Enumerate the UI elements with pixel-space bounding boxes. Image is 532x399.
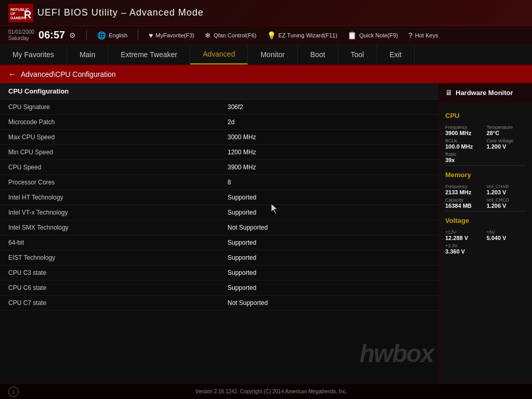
note-icon: 📋 [348,31,356,39]
fan-icon: ❄ [205,31,211,39]
mem-freq-chab-grid: Frequency 2133 MHz Vol_CHAB 1.203 V [445,184,526,195]
config-value: Supported [219,250,438,265]
hw-panel-title: Hardware Monitor [456,89,513,97]
cpu-ratio-value: 39x [445,157,526,163]
nav-monitor[interactable]: Monitor [248,45,298,64]
nav-extreme-tweaker[interactable]: Extreme Tweaker [108,45,190,64]
hw-panel-header: 🖥 Hardware Monitor [439,83,532,102]
table-row[interactable]: EIST Technology Supported [0,250,438,265]
config-value: 2d [219,115,438,130]
header: REPUBLIC OF GAMERS R UEFI BIOS Utility –… [0,0,532,26]
cpu-frequency-value: 3900 MHz [445,130,485,136]
nav-main[interactable]: Main [67,45,108,64]
mem-frequency-value: 2133 MHz [445,189,485,195]
mem-capacity-item: Capacity 16384 MB [445,197,485,209]
cpu-freq-temp-grid: Frequency 3900 MHz Temperature 28°C [445,125,526,136]
config-value: 1200 MHz [219,145,438,160]
config-label: CPU Signature [0,100,219,115]
voltage-12v-item: +12V 12.288 V [445,230,485,241]
memory-section-title: Memory [445,171,526,181]
cpu-bclk-voltage-grid: BCLK 100.0 MHz Core Voltage 1.200 V [445,138,526,150]
info-button[interactable]: i [8,387,19,397]
table-row[interactable]: CPU C3 state Supported [0,265,438,281]
date-display: 01/01/2000 Saturday [8,29,34,42]
table-row[interactable]: Microcode Patch 2d [0,115,438,130]
config-value: Not Supported [219,220,438,235]
config-label: Max CPU Speed [0,130,219,145]
nav-my-favorites[interactable]: My Favorites [0,45,67,64]
cpu-temperature-item: Temperature 28°C [487,125,526,136]
section-divider-2 [445,211,526,211]
cpu-bclk-label: BCLK [445,138,485,143]
voltage-33v-label: +3.3V [445,243,526,248]
config-value: Supported [219,265,438,281]
header-title: UEFI BIOS Utility – Advanced Mode [37,7,204,18]
clock-display: 06:57 [38,29,65,41]
config-label: Intel SMX Technology [0,220,219,235]
mem-vol-chcd-item: Vol_CHCD 1.206 V [487,197,526,209]
table-row[interactable]: Intel SMX Technology Not Supported [0,220,438,235]
heart-icon: ♥ [149,31,153,39]
clock-settings-icon[interactable]: ⚙ [69,31,76,39]
mem-capacity-value: 16384 MB [445,203,485,209]
cpu-section-title: CPU [445,112,526,122]
cpu-bclk-value: 100.0 MHz [445,143,485,150]
table-row[interactable]: Intel HT Technology Supported [0,190,438,205]
cpu-ratio-item: Ratio 39x [445,152,526,163]
nav-tool[interactable]: Tool [338,45,377,64]
table-row[interactable]: CPU C7 state Not Supported [0,296,438,311]
config-value: 306f2 [219,100,438,115]
cpu-ratio-label: Ratio [445,152,526,157]
nav-bar: My Favorites Main Extreme Tweaker Advanc… [0,45,532,65]
voltage-33v-value: 3.360 V [445,248,526,255]
voltage-5v-item: +5V 5.040 V [487,230,526,241]
config-value: Supported [219,235,438,250]
breadcrumb-text: Advanced\CPU Configuration [21,70,116,78]
config-label: Min CPU Speed [0,145,219,160]
qfan-button[interactable]: ❄ Qfan Control(F6) [205,31,257,39]
section-header-row: CPU Configuration [0,83,438,100]
voltage-section-title: Voltage [445,217,526,227]
config-label: CPU C6 state [0,281,219,296]
voltage-5v-value: 5.040 V [487,235,526,241]
table-row[interactable]: Intel VT-x Technology Supported [0,205,438,220]
language-selector[interactable]: 🌐 English [97,31,127,39]
nav-exit[interactable]: Exit [377,45,415,64]
quick-note-button[interactable]: 📋 Quick Note(F9) [348,31,398,39]
config-value: 8 [219,175,438,190]
main-layout: CPU Configuration CPU Signature 306f2 Mi… [0,83,532,383]
hot-keys-button[interactable]: ? Hot Keys [408,31,438,39]
table-row[interactable]: Processor Cores 8 [0,175,438,190]
ez-wizard-button[interactable]: 💡 EZ Tuning Wizard(F11) [267,31,338,39]
table-row[interactable]: Min CPU Speed 1200 MHz [0,145,438,160]
mem-vol-chcd-label: Vol_CHCD [487,197,526,203]
back-arrow-icon[interactable]: ← [8,70,17,79]
config-value: Supported [219,281,438,296]
config-label: Intel VT-x Technology [0,205,219,220]
voltage-12v-label: +12V [445,230,485,235]
table-row[interactable]: 64-bit Supported [0,235,438,250]
mem-vol-chab-value: 1.203 V [487,189,526,195]
config-table: CPU Configuration CPU Signature 306f2 Mi… [0,83,438,311]
table-row[interactable]: CPU Speed 3900 MHz [0,160,438,175]
svg-text:R: R [24,9,32,20]
config-label: Processor Cores [0,175,219,190]
divider-2 [138,30,138,41]
hardware-monitor-panel: 🖥 Hardware Monitor CPU Frequency 3900 MH… [438,83,532,383]
footer: i Version 2.16.1242. Copyright (C) 2014 … [0,383,532,399]
footer-version: Version 2.16.1242. Copyright (C) 2014 Am… [19,389,524,394]
divider-1 [86,30,87,41]
nav-boot[interactable]: Boot [298,45,338,64]
cpu-temperature-label: Temperature [487,125,526,130]
table-row[interactable]: CPU Signature 306f2 [0,100,438,115]
myfavorite-button[interactable]: ♥ MyFavorite(F3) [149,31,194,39]
config-label: 64-bit [0,235,219,250]
logo-area: REPUBLIC OF GAMERS R UEFI BIOS Utility –… [8,4,204,22]
monitor-icon: 🖥 [445,88,453,97]
cpu-frequency-item: Frequency 3900 MHz [445,125,485,136]
nav-advanced[interactable]: Advanced [190,45,248,64]
table-row[interactable]: CPU C6 state Supported [0,281,438,296]
table-row[interactable]: Max CPU Speed 3000 MHz [0,130,438,145]
mem-frequency-label: Frequency [445,184,485,189]
voltage-5v-label: +5V [487,230,526,235]
